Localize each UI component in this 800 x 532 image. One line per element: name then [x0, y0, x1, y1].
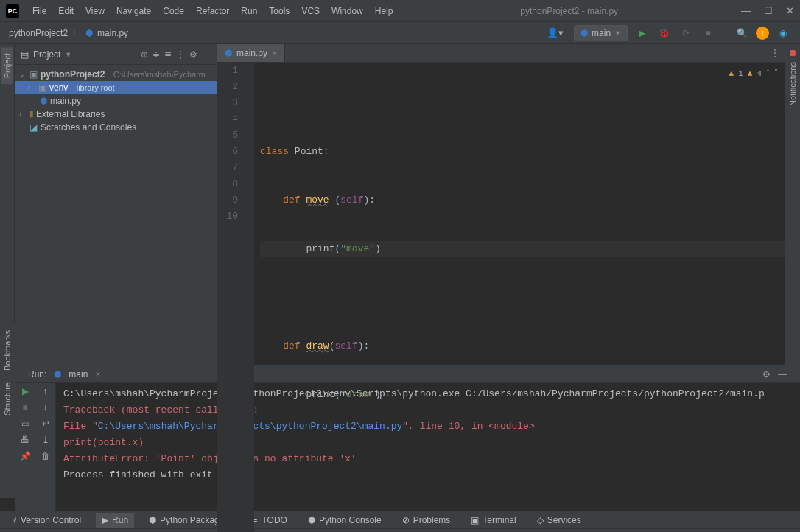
search-button[interactable]: 🔍	[734, 25, 750, 41]
stop-button[interactable]: ■	[22, 402, 27, 413]
app-logo: PC	[6, 4, 19, 18]
hide-tool-icon[interactable]: —	[202, 49, 211, 60]
clear-icon[interactable]: 🗑	[41, 451, 50, 461]
breadcrumb[interactable]: pythonProject2 〉 ⬢ main.py	[9, 27, 128, 39]
print-icon[interactable]: 🖶	[21, 435, 29, 445]
editor-area: ⬢ main.py × ⋮ 1 2 3 4 5 6 7 8 9 10 c	[217, 44, 785, 365]
right-tool-stripe: Notifications	[785, 44, 800, 365]
menu-navigate[interactable]: Navigate	[112, 4, 155, 18]
menu-view[interactable]: View	[81, 4, 109, 18]
chevron-down-icon[interactable]: ⌄	[19, 71, 27, 78]
collaborate-button[interactable]: ◉	[775, 25, 791, 41]
prev-highlight-icon[interactable]: ˄	[766, 66, 770, 82]
notification-indicator[interactable]	[790, 50, 796, 56]
line-number-gutter[interactable]: 1 2 3 4 5 6 7 8 9 10	[217, 63, 244, 532]
tab-notifications[interactable]: Notifications	[787, 56, 799, 112]
venv-label: venv	[49, 83, 68, 93]
breadcrumb-file[interactable]: main.py	[97, 28, 128, 38]
next-highlight-icon[interactable]: ˅	[774, 66, 778, 82]
tree-scratches[interactable]: ◪ Scratches and Consoles	[15, 121, 217, 134]
rerun-button[interactable]: ▶	[22, 386, 29, 396]
expand-all-icon[interactable]: ≑	[152, 49, 160, 60]
call: print	[306, 389, 334, 400]
fold-gutter[interactable]	[244, 63, 254, 532]
self: self	[334, 340, 357, 351]
editor-tab-mainpy[interactable]: ⬢ main.py ×	[217, 44, 285, 62]
window-title: pythonProject2 - main.py	[397, 6, 741, 16]
menu-window[interactable]: Window	[327, 4, 368, 18]
debug-button[interactable]: 🐞	[656, 25, 672, 41]
chevron-down-icon[interactable]: ▼	[65, 51, 71, 58]
pin-icon[interactable]: 📌	[20, 451, 31, 461]
python-file-icon: ⬢	[85, 28, 93, 38]
warn-count: 1	[738, 66, 743, 82]
menu-run[interactable]: Run	[236, 4, 262, 18]
line-no: 3	[217, 95, 238, 111]
chevron-right-icon[interactable]: ›	[19, 111, 27, 118]
run-config-selector[interactable]: ⬢ main ▼	[574, 25, 628, 41]
root-path: C:\Users\mshah\Pycharm	[113, 70, 206, 79]
main-menu: File Edit View Navigate Code Refactor Ru…	[28, 4, 397, 18]
run-tab-label[interactable]: main	[69, 369, 88, 379]
menu-file[interactable]: File	[28, 4, 51, 18]
menu-vcs[interactable]: VCS	[297, 4, 324, 18]
add-user-button[interactable]: 👤▾	[547, 27, 564, 38]
code-editor[interactable]: 1 2 3 4 5 6 7 8 9 10 class Point: def mo…	[217, 63, 785, 532]
down-stack-icon[interactable]: ↓	[43, 402, 48, 413]
call: print	[306, 243, 334, 254]
tab-options-icon[interactable]: ⋮	[771, 48, 779, 58]
code-text[interactable]: class Point: def move (self): print("mov…	[254, 63, 785, 532]
menu-help[interactable]: Help	[371, 4, 398, 18]
maximize-button[interactable]: ☐	[764, 5, 773, 16]
soft-wrap-icon[interactable]: ↩	[42, 419, 49, 429]
tool-run[interactable]: ▶Run	[96, 513, 134, 528]
libraries-icon: ⫴	[29, 109, 33, 119]
layout-toggle-icon[interactable]: ▭	[21, 419, 29, 429]
tree-external-libs[interactable]: › ⫴ External Libraries	[15, 108, 217, 121]
warning-icon: ▲	[729, 66, 734, 82]
menu-tools[interactable]: Tools	[264, 4, 294, 18]
tab-label: main.py	[236, 48, 267, 58]
inspection-widget[interactable]: ▲1 ▲4 ˄ ˅	[729, 66, 778, 82]
tab-project[interactable]: Project	[1, 47, 13, 84]
select-opened-icon[interactable]: ⊕	[141, 49, 148, 60]
run-config-label: main	[592, 28, 611, 38]
tree-venv[interactable]: › ▣ venv library root	[15, 81, 217, 94]
scroll-end-icon[interactable]: ⤓	[42, 435, 49, 445]
file-label: main.py	[50, 96, 81, 106]
tree-mainpy[interactable]: ⬢ main.py	[15, 94, 217, 108]
tool-version-control[interactable]: ⑂Version Control	[6, 513, 87, 528]
collapse-all-icon[interactable]: ≣	[164, 49, 172, 60]
line-no: 4	[217, 111, 238, 127]
warn-count: 4	[757, 66, 762, 82]
menu-edit[interactable]: Edit	[54, 4, 78, 18]
close-tab-icon[interactable]: ×	[272, 48, 277, 58]
menu-code[interactable]: Code	[158, 4, 189, 18]
line-no: 10	[217, 209, 238, 225]
breadcrumb-root[interactable]: pythonProject2	[9, 28, 68, 38]
stop-button[interactable]: ■	[700, 25, 716, 41]
scratches-label: Scratches and Consoles	[41, 122, 136, 133]
options-icon[interactable]: ⋮	[176, 49, 185, 60]
coverage-button[interactable]: ⟳	[678, 25, 694, 41]
close-button[interactable]: ✕	[786, 5, 794, 16]
left-tool-stripe: Project	[0, 44, 15, 365]
project-tree[interactable]: ⌄ ▣ pythonProject2 C:\Users\mshah\Pychar…	[15, 65, 217, 137]
project-view-icon: ▤	[21, 49, 29, 60]
tree-root[interactable]: ⌄ ▣ pythonProject2 C:\Users\mshah\Pychar…	[15, 68, 217, 81]
up-stack-icon[interactable]: ↑	[43, 386, 48, 396]
branch-icon: ⑂	[12, 515, 17, 525]
updates-button[interactable]: ↑	[756, 27, 769, 40]
menu-refactor[interactable]: Refactor	[192, 4, 234, 18]
close-run-tab-icon[interactable]: ×	[95, 369, 100, 379]
gear-icon[interactable]: ⚙	[189, 49, 197, 60]
tab-bookmarks[interactable]: Bookmarks	[1, 324, 13, 377]
tab-structure[interactable]: Structure	[1, 377, 13, 421]
run-button[interactable]: ▶	[634, 25, 650, 41]
project-view-title[interactable]: Project	[33, 49, 60, 60]
main-area: Project ▤ Project ▼ ⊕ ≑ ≣ ⋮ ⚙ — ⌄ ▣ pyth…	[0, 44, 800, 365]
minimize-button[interactable]: —	[741, 5, 751, 16]
chevron-right-icon[interactable]: ›	[28, 84, 35, 91]
venv-hint: library root	[77, 83, 115, 92]
run-title: Run:	[28, 369, 46, 379]
